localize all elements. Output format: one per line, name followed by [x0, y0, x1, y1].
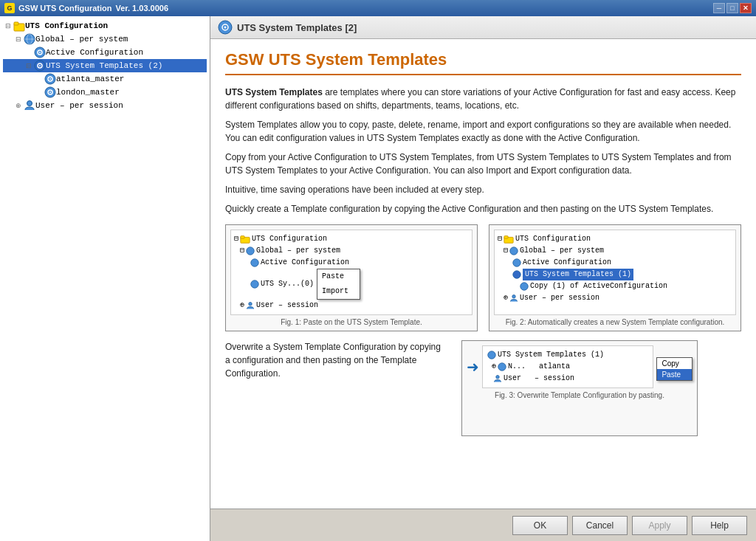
- tree-label-user: User – per session: [35, 101, 123, 110]
- svg-point-25: [251, 280, 259, 289]
- tree-item-atlanta[interactable]: ○ atlanta_master: [3, 72, 207, 86]
- tree-item-active-config[interactable]: ○ Active Configuration: [3, 46, 207, 59]
- paste-menu-item[interactable]: Paste: [657, 369, 692, 380]
- page-title: GSW UTS System Templates: [225, 50, 741, 75]
- header-icon: [218, 20, 233, 35]
- svg-rect-22: [241, 236, 244, 239]
- right-panel: UTS System Templates [2] GSW UTS System …: [210, 16, 756, 541]
- button-bar: OK Cancel Apply Help: [210, 509, 756, 541]
- content-body: GSW UTS System Templates UTS System Temp…: [210, 39, 756, 509]
- svg-point-33: [512, 295, 516, 299]
- ok-button[interactable]: OK: [512, 516, 568, 535]
- paragraph-3: Copy from your Active Configuration to U…: [225, 151, 741, 177]
- svg-point-30: [513, 259, 521, 267]
- tree-label-london: london_master: [56, 88, 120, 97]
- figure-1-caption: Fig. 1: Paste on the UTS System Template…: [230, 318, 472, 326]
- overwrite-text: Overwrite a System Template Configuratio…: [225, 340, 447, 386]
- svg-point-13: [49, 78, 51, 80]
- atlanta-icon: [44, 73, 56, 85]
- svg-rect-1: [14, 22, 18, 25]
- help-button[interactable]: Help: [692, 516, 747, 535]
- user-icon: [24, 100, 35, 111]
- svg-point-31: [513, 271, 521, 279]
- tree-label-atlanta: atlanta_master: [56, 75, 124, 83]
- app-name: GSW UTS Configuration: [18, 4, 111, 13]
- apply-button[interactable]: Apply: [632, 516, 687, 535]
- tree-item-user[interactable]: ⊕ User – per session: [3, 99, 207, 112]
- svg-point-17: [27, 101, 32, 106]
- app-icon: G: [4, 3, 15, 13]
- tree-item-london[interactable]: ○ london_master: [3, 86, 207, 99]
- svg-point-24: [251, 259, 259, 267]
- close-button[interactable]: ✕: [740, 3, 752, 13]
- tree-label-active-config: Active Configuration: [46, 48, 143, 57]
- svg-point-20: [224, 27, 227, 29]
- arrow-icon: ➜: [467, 358, 479, 376]
- globe-icon: [24, 33, 35, 45]
- svg-point-26: [249, 303, 252, 306]
- paragraph-2: System Templates allow you to copy, past…: [225, 118, 741, 145]
- svg-point-10: [39, 65, 41, 66]
- active-config-icon: [34, 46, 46, 58]
- tree-label-uts-templates: UTS System Templates (2): [46, 61, 162, 70]
- tree-label-root: UTS Configuration: [25, 21, 108, 30]
- figure-3-caption: Fig. 3: Overwrite Template Configuration…: [467, 391, 693, 399]
- tree-item-uts-templates[interactable]: ⊟ UTS System Templates (2): [3, 59, 207, 72]
- left-panel: ⊟ UTS Configuration ⊟ Global – per syste…: [0, 16, 210, 541]
- svg-point-32: [520, 283, 529, 291]
- figures-row: ⊟ UTS Configuration ⊟ Global – per syste…: [225, 224, 741, 331]
- figure-2-content: ⊟ UTS Configuration ⊟ Global – per syste…: [494, 230, 736, 315]
- svg-point-34: [488, 351, 496, 359]
- content-header-title: UTS System Templates [2]: [237, 22, 357, 33]
- london-icon: [44, 86, 56, 98]
- figure-2: ⊟ UTS Configuration ⊟ Global – per syste…: [489, 224, 741, 331]
- svg-point-29: [510, 247, 518, 255]
- figure-3-content: ➜ UTS System Templates (1) ⊕ N... atlant…: [467, 345, 693, 388]
- uts-templates-icon: [34, 60, 46, 72]
- figure-2-caption: Fig. 2: Automatically creates a new Syst…: [494, 318, 736, 326]
- overwrite-section: Overwrite a System Template Configuratio…: [225, 340, 741, 436]
- svg-rect-28: [504, 236, 508, 239]
- tree-label-global: Global – per system: [35, 35, 128, 44]
- minimize-button[interactable]: ─: [713, 3, 725, 13]
- svg-point-7: [39, 52, 41, 53]
- figure-1: ⊟ UTS Configuration ⊟ Global – per syste…: [225, 224, 478, 331]
- content-header: UTS System Templates [2]: [210, 16, 756, 39]
- svg-point-35: [498, 363, 506, 371]
- title-bar: G GSW UTS Configuration Ver. 1.03.0006 ─…: [0, 0, 756, 16]
- tree-item-global[interactable]: ⊟ Global – per system: [3, 32, 207, 46]
- tree-container: ⊟ UTS Configuration ⊟ Global – per syste…: [0, 16, 210, 541]
- svg-point-23: [247, 247, 255, 255]
- svg-point-36: [496, 376, 500, 379]
- paragraph-1: UTS System Templates are templates where…: [225, 86, 741, 112]
- copy-menu-item[interactable]: Copy: [657, 358, 692, 369]
- maximize-button[interactable]: □: [726, 3, 738, 13]
- figure-3: ➜ UTS System Templates (1) ⊕ N... atlant…: [461, 340, 698, 436]
- cancel-button[interactable]: Cancel: [572, 516, 628, 535]
- paragraph-5: Quickly create a Template configuration …: [225, 202, 741, 216]
- app-version: Ver. 1.03.0006: [115, 4, 168, 13]
- folder-icon: [13, 20, 25, 32]
- paragraph-4: Intuitive, time saving operations have b…: [225, 183, 741, 196]
- tree-item-root[interactable]: ⊟ UTS Configuration: [3, 19, 207, 32]
- figure-1-content: ⊟ UTS Configuration ⊟ Global – per syste…: [230, 230, 472, 315]
- svg-point-16: [49, 92, 51, 93]
